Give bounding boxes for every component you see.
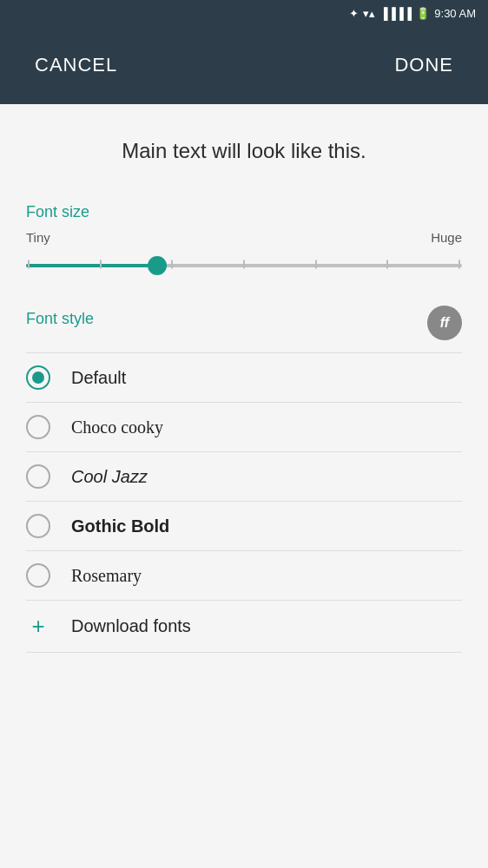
- download-fonts-row[interactable]: + Download fonts: [26, 601, 462, 652]
- cancel-button[interactable]: CANCEL: [35, 54, 117, 76]
- slider-labels: Tiny Huge: [26, 230, 462, 245]
- radio-cool-jazz[interactable]: [26, 464, 50, 489]
- font-label-default: Default: [71, 368, 126, 388]
- font-label-rosemary: Rosemary: [71, 566, 142, 586]
- ff-badge-text: ff: [440, 315, 449, 331]
- main-content: Main text will look like this. Font size…: [0, 104, 488, 868]
- font-style-label: Font style: [26, 310, 94, 328]
- slider-min-label: Tiny: [26, 230, 50, 245]
- bluetooth-icon: ✦: [349, 7, 359, 20]
- font-label-cool-jazz: Cool Jazz: [71, 467, 148, 487]
- action-bar: CANCEL DONE: [0, 26, 488, 104]
- time-display: 9:30 AM: [434, 7, 476, 20]
- slider-max-label: Huge: [431, 230, 462, 245]
- plus-icon: +: [26, 613, 50, 640]
- font-label-gothic-bold: Gothic Bold: [71, 516, 169, 536]
- download-fonts-label: Download fonts: [71, 616, 191, 636]
- font-style-section: Font style ff Default Choco cooky Cool J…: [26, 306, 462, 653]
- font-size-label: Font size: [26, 203, 462, 221]
- font-label-choco-cooky: Choco cooky: [71, 418, 163, 437]
- font-size-slider-container[interactable]: [26, 250, 462, 281]
- status-bar: ✦ ▾▴ ▐▐▐▐ 🔋 9:30 AM: [0, 0, 488, 26]
- font-option-default[interactable]: Default: [26, 353, 462, 402]
- slider-track: [26, 264, 462, 267]
- divider-6: [26, 652, 462, 653]
- font-option-cool-jazz[interactable]: Cool Jazz: [26, 452, 462, 501]
- signal-icon: ▐▐▐▐: [379, 7, 412, 20]
- font-size-section: Font size Tiny Huge: [26, 203, 462, 281]
- radio-inner-default: [32, 372, 44, 384]
- radio-default[interactable]: [26, 365, 50, 390]
- status-icons: ✦ ▾▴ ▐▐▐▐ 🔋 9:30 AM: [349, 7, 476, 20]
- font-option-gothic-bold[interactable]: Gothic Bold: [26, 502, 462, 550]
- ff-badge[interactable]: ff: [427, 306, 462, 340]
- font-style-header: Font style ff: [26, 306, 462, 340]
- battery-icon: 🔋: [416, 7, 430, 20]
- radio-rosemary[interactable]: [26, 563, 50, 588]
- wifi-icon: ▾▴: [363, 7, 375, 20]
- done-button[interactable]: DONE: [394, 54, 453, 76]
- font-option-rosemary[interactable]: Rosemary: [26, 551, 462, 600]
- font-option-choco-cooky[interactable]: Choco cooky: [26, 403, 462, 451]
- radio-gothic-bold[interactable]: [26, 514, 50, 538]
- radio-choco-cooky[interactable]: [26, 415, 50, 439]
- preview-text: Main text will look like this.: [26, 130, 462, 172]
- slider-thumb[interactable]: [148, 256, 167, 275]
